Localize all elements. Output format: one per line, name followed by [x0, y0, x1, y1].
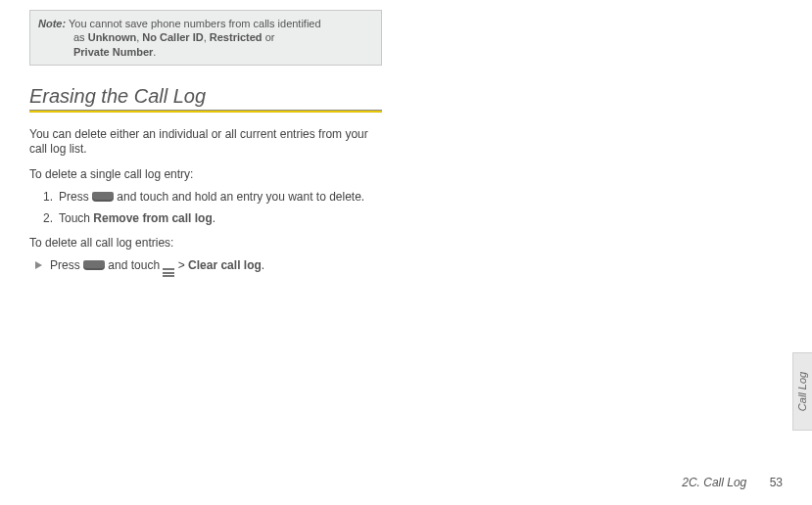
step-1-text-a: Press [59, 190, 92, 204]
triangle-bullet-icon [35, 261, 42, 269]
bullet-text-b: and touch [105, 258, 163, 272]
bullet-gt: > [174, 258, 188, 272]
step-1-text-b: and touch and hold an entry you want to … [114, 190, 364, 204]
note-label: Note: [38, 18, 66, 29]
subhead-single: To delete a single call log entry: [29, 167, 382, 181]
note-text-line3: Private Number. [38, 45, 373, 59]
side-tab-label: Call Log [797, 372, 809, 411]
step-1: 1. Press and touch and hold an entry you… [43, 189, 382, 205]
note-as: as [73, 31, 88, 43]
steps-single: 1. Press and touch and hold an entry you… [43, 189, 382, 226]
bullet-all: Press and touch > Clear call log. [35, 257, 382, 276]
bullet-content: Press and touch > Clear call log. [50, 257, 264, 276]
step-2: 2. Touch Remove from call log. [43, 210, 382, 226]
note-or: or [263, 31, 275, 43]
home-key-icon [92, 192, 114, 202]
step-2-bold: Remove from call log [93, 211, 212, 225]
side-tab: Call Log [792, 352, 812, 431]
home-key-icon [83, 260, 105, 270]
step-2-text-a: Touch [59, 211, 93, 225]
intro-paragraph: You can delete either an individual or a… [29, 127, 382, 158]
section-rule [29, 110, 382, 114]
note-bold-unknown: Unknown [88, 31, 137, 43]
section-title: Erasing the Call Log [29, 85, 382, 108]
note-bold-restricted: Restricted [210, 31, 263, 43]
footer-page-number: 53 [770, 476, 783, 489]
subhead-all: To delete all call log entries: [29, 236, 382, 250]
content-column: Note: You cannot save phone numbers from… [29, 10, 382, 276]
note-period: . [153, 46, 156, 58]
note-bold-private: Private Number [73, 46, 153, 58]
step-2-dot: . [213, 211, 215, 225]
bullet-dot: . [262, 258, 264, 272]
bullet-bold: Clear call log [188, 258, 262, 272]
footer-section: 2C. Call Log [682, 476, 746, 489]
note-text-line1: You cannot save phone numbers from calls… [69, 18, 321, 29]
note-text-line2: as Unknown, No Caller ID, Restricted or [38, 30, 373, 44]
note-bold-nocallerid: No Caller ID [142, 31, 203, 43]
bullet-text-a: Press [50, 258, 83, 272]
menu-icon [163, 268, 174, 277]
note-box: Note: You cannot save phone numbers from… [29, 10, 382, 66]
step-2-number: 2. [43, 210, 53, 226]
page-footer: 2C. Call Log 53 [682, 476, 783, 489]
manual-page: Note: You cannot save phone numbers from… [0, 0, 812, 505]
step-1-number: 1. [43, 189, 53, 205]
